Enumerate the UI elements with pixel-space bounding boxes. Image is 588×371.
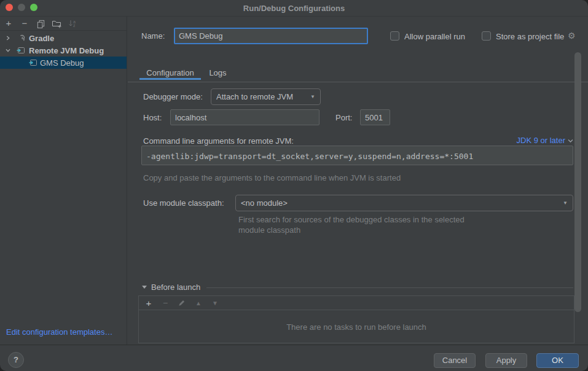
module-classpath-value: <no module> [241,198,288,208]
active-tab-underline [139,78,201,80]
remote-jvm-icon [16,45,26,55]
configuration-editor-panel: Name: Allow parallel run Store as projec… [128,17,588,345]
tree-item-remote-jvm-debug[interactable]: Remote JVM Debug [0,44,127,57]
svg-text:z: z [73,23,76,28]
cmdline-hint: Copy and paste the arguments to the comm… [143,173,401,182]
allow-parallel-run-checkbox[interactable] [390,31,399,41]
tree-item-gradle[interactable]: Gradle [0,32,127,44]
tree-item-label: Gradle [29,34,54,43]
copy-icon [36,19,45,28]
remove-task-button[interactable]: − [161,298,170,308]
chevron-down-icon[interactable] [4,47,12,54]
before-launch-label: Before launch [151,283,200,292]
remote-jvm-icon [28,58,38,68]
before-launch-separator [206,287,573,288]
sort-configurations-button[interactable]: az [68,18,77,28]
module-classpath-select[interactable]: <no module> ▼ [235,195,573,211]
chevron-right-icon[interactable] [4,34,12,42]
sort-alphabetically-icon: az [68,18,77,28]
store-as-project-file-checkbox[interactable] [482,31,491,41]
module-classpath-hint-line1: First search for sources of the debugged… [238,215,465,224]
jdk-version-value: JDK 9 or later [517,136,565,145]
ok-button[interactable]: OK [536,353,579,368]
store-as-project-file-label[interactable]: Store as project file [496,32,564,41]
debugger-mode-label: Debugger mode: [143,92,203,101]
run-debug-configurations-dialog: Run/Debug Configurations + − az [0,0,588,371]
before-launch-collapse-toggle[interactable] [141,284,147,290]
port-label: Port: [335,113,352,122]
plus-icon: + [146,298,152,308]
debugger-mode-value: Attach to remote JVM [216,92,293,101]
apply-button[interactable]: Apply [485,353,527,368]
remove-configuration-button[interactable]: − [20,18,29,28]
module-classpath-hint-line2: module classpath [238,225,300,235]
copy-configuration-button[interactable] [36,18,45,28]
new-folder-button[interactable] [52,18,61,28]
dialog-footer: ? Cancel Apply OK [0,345,588,371]
dropdown-arrow-icon: ▼ [563,200,568,206]
tabs-separator [128,82,588,82]
tree-item-label: Remote JVM Debug [29,46,104,55]
triangle-up-icon: ▲ [195,300,202,307]
add-task-button[interactable]: + [144,298,153,308]
jdk-version-select[interactable]: JDK 9 or later [517,136,573,145]
plus-icon: + [6,18,12,28]
debugger-mode-select[interactable]: Attach to remote JVM ▼ [211,88,321,105]
cancel-button[interactable]: Cancel [434,353,476,368]
triangle-down-icon [141,284,147,290]
tree-item-gms-debug[interactable]: GMS Debug [0,57,127,69]
edit-task-button[interactable] [178,299,186,307]
allow-parallel-run-label[interactable]: Allow parallel run [404,32,465,41]
move-task-down-button[interactable]: ▼ [211,300,219,307]
minus-icon: − [22,18,28,28]
new-folder-icon [52,18,61,28]
configurations-sidebar: + − az Gradle [0,17,127,345]
vertical-scrollbar[interactable] [574,52,581,312]
move-task-up-button[interactable]: ▲ [194,300,203,307]
title-bar: Run/Debug Configurations [0,0,588,17]
name-label: Name: [141,31,165,41]
port-input[interactable] [360,109,390,125]
name-input[interactable] [174,28,368,44]
before-launch-panel: + − ▲ ▼ There are no tasks to run before… [138,295,574,343]
host-label: Host: [143,113,162,122]
sidebar-toolbar: + − az [0,17,127,31]
before-launch-empty-text: There are no tasks to run before launch [139,310,574,343]
module-classpath-label: Use module classpath: [143,198,224,208]
store-options-gear-icon[interactable]: ⚙ [568,31,576,41]
before-launch-toolbar: + − ▲ ▼ [139,296,574,310]
cmdline-arguments-label: Command line arguments for remote JVM: [143,136,294,146]
host-input[interactable] [170,109,319,125]
triangle-down-icon: ▼ [212,300,218,307]
dropdown-arrow-icon: ▼ [310,94,315,100]
tree-item-label: GMS Debug [40,58,84,68]
edit-configuration-templates-link[interactable]: Edit configuration templates… [6,327,112,337]
help-button[interactable]: ? [8,352,24,368]
cmdline-arguments-input[interactable] [141,146,573,165]
pencil-icon [178,299,186,307]
window-title: Run/Debug Configurations [0,0,588,17]
configurations-tree: Gradle Remote JVM Debug GMS Debug [0,31,127,69]
tab-logs[interactable]: Logs [201,64,235,82]
chevron-down-icon [568,138,573,143]
add-configuration-button[interactable]: + [4,18,14,28]
gradle-icon [16,33,26,43]
minus-icon: − [163,298,168,308]
